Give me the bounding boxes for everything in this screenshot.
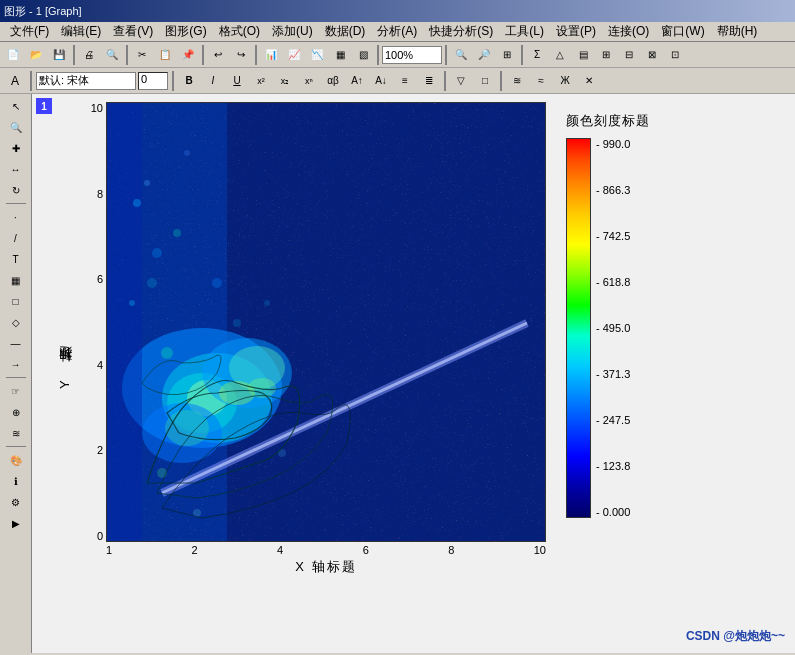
draw-line[interactable]: / [4,228,28,248]
ltsep3 [6,446,26,447]
superscript-btn[interactable]: x² [250,70,272,92]
menu-tools[interactable]: 工具(L) [499,23,550,40]
expand-btn[interactable]: ▶ [4,513,28,533]
font-dropdown[interactable]: 默认: 宋体 [36,72,136,90]
extra-btn3[interactable]: ▤ [572,44,594,66]
bold-btn[interactable]: B [178,70,200,92]
svg-point-22 [173,229,181,237]
font-color-btn[interactable]: A [4,70,26,92]
contour-tool[interactable]: ≋ [4,423,28,443]
svg-point-24 [184,150,190,156]
scale-tool[interactable]: ↔ [4,159,28,179]
menu-window[interactable]: 窗口(W) [655,23,710,40]
menu-graph[interactable]: 图形(G) [159,23,212,40]
plot-row: 0 2 4 6 8 10 [78,102,546,542]
text-tool[interactable]: T [4,249,28,269]
menu-quick-analysis[interactable]: 快捷分析(S) [423,23,499,40]
svg-point-27 [212,278,222,288]
cut-btn[interactable]: ✂ [131,44,153,66]
extra-format-btn1[interactable]: ≋ [506,70,528,92]
copy-btn[interactable]: 📋 [154,44,176,66]
symbol-btn[interactable]: αβ [322,70,344,92]
redo-btn[interactable]: ↪ [230,44,252,66]
palette-btn[interactable]: 🎨 [4,450,28,470]
svg-point-21 [144,180,150,186]
align2-btn[interactable]: ≣ [418,70,440,92]
pan-tool[interactable]: ✚ [4,138,28,158]
font-size-input[interactable]: 0 [138,72,168,90]
table-tool[interactable]: ▦ [4,270,28,290]
menu-help[interactable]: 帮助(H) [711,23,764,40]
svg-rect-16 [107,103,142,542]
menu-settings[interactable]: 设置(P) [550,23,602,40]
graph-btn3[interactable]: 📉 [306,44,328,66]
line-tool[interactable]: — [4,333,28,353]
fit-btn[interactable]: ⊞ [496,44,518,66]
draw-point[interactable]: · [4,207,28,227]
fontsize-lg-btn[interactable]: A↑ [346,70,368,92]
color-fill-btn[interactable]: ▽ [450,70,472,92]
extra-btn4[interactable]: ⊞ [595,44,617,66]
print-prev-btn[interactable]: 🔍 [101,44,123,66]
svg-rect-3 [107,103,546,542]
menu-format[interactable]: 格式(O) [213,23,266,40]
graph-btn5[interactable]: ▧ [352,44,374,66]
settings-btn[interactable]: ⚙ [4,492,28,512]
rotate-tool[interactable]: ↻ [4,180,28,200]
zoom-in-btn[interactable]: 🔍 [450,44,472,66]
open-btn[interactable]: 📂 [25,44,47,66]
menu-edit[interactable]: 编辑(E) [55,23,107,40]
extra-btn6[interactable]: ⊠ [641,44,663,66]
extra-btn2[interactable]: △ [549,44,571,66]
node-tool[interactable]: ⊕ [4,402,28,422]
colorbar-gradient [566,138,591,518]
svg-point-29 [264,300,270,306]
y-tick-labels: 0 2 4 6 8 10 [78,102,106,542]
menu-add[interactable]: 添加(U) [266,23,319,40]
subscript-btn[interactable]: x₂ [274,70,296,92]
arrow-tool[interactable]: → [4,354,28,374]
undo-btn[interactable]: ↩ [207,44,229,66]
graph-btn2[interactable]: 📈 [283,44,305,66]
cursor-tool[interactable]: ↖ [4,96,28,116]
superscript2-btn[interactable]: xⁿ [298,70,320,92]
svg-point-28 [233,319,241,327]
extra-format-btn4[interactable]: ✕ [578,70,600,92]
zoom-dropdown[interactable]: 100% [382,46,442,64]
menu-bar: 文件(F) 编辑(E) 查看(V) 图形(G) 格式(O) 添加(U) 数据(D… [0,22,795,42]
underline-btn[interactable]: U [226,70,248,92]
extra-format-btn2[interactable]: ≈ [530,70,552,92]
new-btn[interactable]: 📄 [2,44,24,66]
rect-tool[interactable]: □ [4,291,28,311]
save-btn[interactable]: 💾 [48,44,70,66]
fontsize-sm-btn[interactable]: A↓ [370,70,392,92]
hand-tool[interactable]: ☞ [4,381,28,401]
menu-analysis[interactable]: 分析(A) [371,23,423,40]
plot-canvas[interactable] [106,102,546,542]
title-bar: 图形 - 1 [Graph] [0,0,795,22]
info-btn[interactable]: ℹ [4,471,28,491]
format-toolbar: A 默认: 宋体 0 B I U x² x₂ xⁿ αβ A↑ A↓ ≡ ≣ ▽… [0,68,795,94]
svg-point-20 [161,347,173,359]
graph-btn4[interactable]: ▦ [329,44,351,66]
fsep4 [500,71,502,91]
italic-btn[interactable]: I [202,70,224,92]
paste-btn[interactable]: 📌 [177,44,199,66]
zoom-out-btn[interactable]: 🔎 [473,44,495,66]
extra-btn5[interactable]: ⊟ [618,44,640,66]
print-btn[interactable]: 🖨 [78,44,100,66]
extra-btn1[interactable]: Σ [526,44,548,66]
menu-connect[interactable]: 连接(O) [602,23,655,40]
border-btn[interactable]: □ [474,70,496,92]
menu-file[interactable]: 文件(F) [4,23,55,40]
menu-data[interactable]: 数据(D) [319,23,372,40]
colorbar-title: 颜色刻度标题 [566,112,650,130]
extra-format-btn3[interactable]: Ж [554,70,576,92]
svg-point-11 [165,410,209,446]
extra-btn7[interactable]: ⊡ [664,44,686,66]
zoom-tool[interactable]: 🔍 [4,117,28,137]
menu-view[interactable]: 查看(V) [107,23,159,40]
graph-btn1[interactable]: 📊 [260,44,282,66]
align-btn[interactable]: ≡ [394,70,416,92]
draw-tool2[interactable]: ◇ [4,312,28,332]
